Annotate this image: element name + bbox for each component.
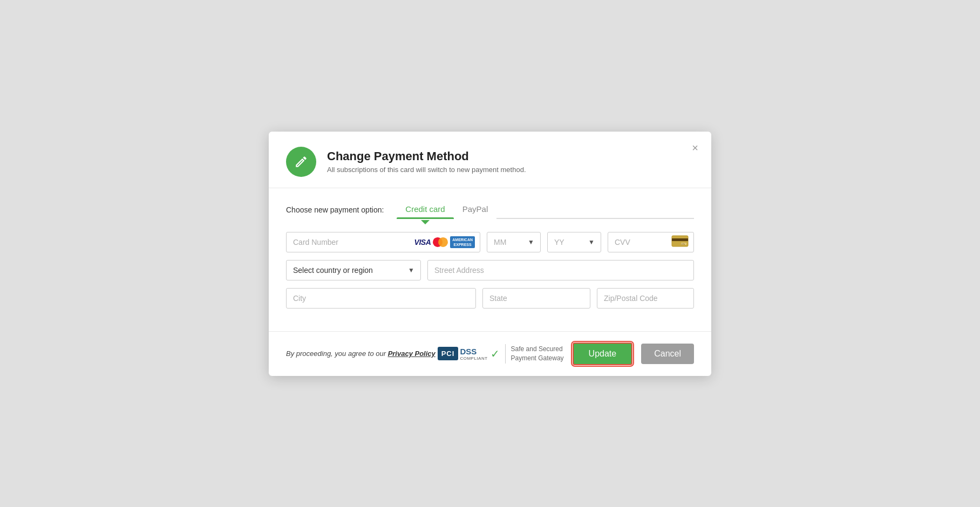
country-field: Select country or region ▼: [286, 260, 421, 280]
state-input[interactable]: [482, 288, 590, 309]
mm-field: ▼: [487, 232, 541, 252]
tab-credit-card[interactable]: Credit card: [397, 201, 453, 219]
tab-line: [496, 218, 694, 219]
modal-footer: By proceeding, you agree to our Privacy …: [269, 332, 711, 376]
street-field: [427, 260, 694, 280]
pci-badge: PCI DSS COMPLIANT ✓ Safe and Secured Pay…: [438, 344, 564, 364]
city-field: [286, 288, 476, 309]
cancel-button[interactable]: Cancel: [641, 344, 694, 364]
dss-container: DSS COMPLIANT: [460, 347, 487, 361]
header-text: Change Payment Method All subscriptions …: [327, 149, 526, 174]
pci-text: PCI: [441, 350, 455, 358]
modal-body: Choose new payment option: Credit card P…: [269, 188, 711, 332]
change-payment-modal: Change Payment Method All subscriptions …: [269, 132, 711, 376]
cvv-field: CVV: [608, 232, 694, 252]
footer-divider: [505, 344, 506, 364]
pci-secure-text: Safe and Secured Payment Gateway: [511, 345, 564, 363]
privacy-policy-link[interactable]: Privacy Policy: [388, 350, 435, 358]
zip-field: [597, 288, 694, 309]
payment-options-label: Choose new payment option:: [286, 205, 384, 214]
modal-header: Change Payment Method All subscriptions …: [269, 132, 711, 188]
card-number-field: VISA AMERICANEXPRESS: [286, 232, 480, 252]
dss-text: DSS: [460, 347, 477, 356]
mc-circle-yellow: [438, 237, 448, 247]
mastercard-logo: [433, 237, 448, 247]
amex-logo: AMERICANEXPRESS: [450, 236, 475, 248]
modal-title: Change Payment Method: [327, 149, 526, 163]
zip-input[interactable]: [597, 288, 694, 309]
tab-paypal[interactable]: PayPal: [454, 201, 497, 219]
address-row1: Select country or region ▼: [286, 260, 694, 280]
proceeding-text: By proceeding, you agree to our: [286, 350, 388, 358]
svg-rect-1: [672, 238, 688, 241]
yy-input[interactable]: [547, 232, 601, 252]
address-row2: [286, 288, 694, 309]
update-button[interactable]: Update: [573, 342, 633, 365]
pci-checkmark: ✓: [491, 347, 500, 360]
visa-logo: VISA: [414, 238, 431, 246]
country-select[interactable]: Select country or region: [286, 260, 421, 280]
footer-right: PCI DSS COMPLIANT ✓ Safe and Secured Pay…: [438, 342, 694, 365]
header-icon: [286, 147, 316, 177]
street-input[interactable]: [427, 260, 694, 280]
modal-subtitle: All subscriptions of this card will swit…: [327, 166, 526, 174]
card-logos: VISA AMERICANEXPRESS: [414, 236, 475, 248]
close-button[interactable]: ×: [690, 140, 700, 155]
edit-icon: [294, 155, 308, 169]
credit-card-icon: CVV: [671, 235, 689, 247]
pci-logo: PCI: [438, 347, 459, 360]
state-field: [482, 288, 590, 309]
yy-field: ▼: [547, 232, 601, 252]
pci-logo-container: PCI DSS COMPLIANT ✓: [438, 347, 500, 361]
tab-active-arrow: [421, 220, 430, 224]
mm-input[interactable]: [487, 232, 541, 252]
footer-legal: By proceeding, you agree to our Privacy …: [286, 350, 435, 358]
card-details-row: VISA AMERICANEXPRESS ▼ ▼: [286, 232, 694, 252]
cvv-card-icon: CVV: [671, 235, 689, 249]
payment-options: Choose new payment option: Credit card P…: [286, 201, 694, 219]
city-input[interactable]: [286, 288, 476, 309]
svg-text:CVV: CVV: [681, 242, 685, 245]
